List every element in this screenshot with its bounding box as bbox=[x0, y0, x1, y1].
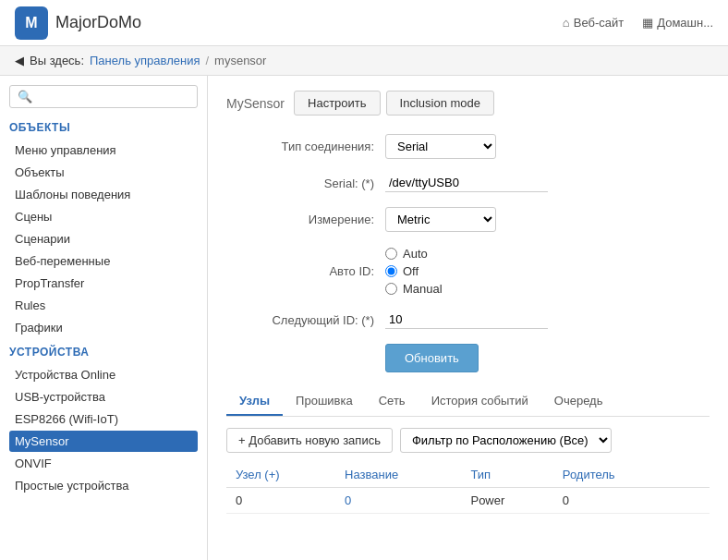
cell-node: 0 bbox=[226, 488, 335, 514]
node-link[interactable]: 0 bbox=[345, 493, 351, 507]
cell-parent: 0 bbox=[553, 488, 677, 514]
settings-form: Тип соединения: Serial Ethernet MQTT Ser… bbox=[226, 134, 710, 372]
sidebar-item-onvif[interactable]: ONVIF bbox=[9, 453, 198, 474]
tab-configure[interactable]: Настроить bbox=[294, 91, 381, 116]
tab-events[interactable]: История событий bbox=[419, 387, 541, 416]
col-extra bbox=[677, 462, 710, 488]
table-body: 0 0 Power 0 bbox=[226, 488, 710, 514]
tab-nodes[interactable]: Узлы bbox=[226, 387, 283, 416]
main-layout: 🔍 ОБЪЕКТЫ Меню управления Объекты Шаблон… bbox=[0, 76, 728, 560]
table-toolbar: + Добавить новую запись Фильтр по Распол… bbox=[226, 428, 710, 453]
col-parent: Родитель bbox=[553, 462, 677, 488]
select-connection-type[interactable]: Serial Ethernet MQTT bbox=[385, 134, 496, 159]
form-row-measurement: Измерение: Metric Imperial bbox=[226, 207, 710, 232]
sidebar-item-usb[interactable]: USB-устройства bbox=[9, 386, 198, 408]
tab-queue[interactable]: Очередь bbox=[541, 387, 616, 416]
radio-manual-label: Manual bbox=[403, 282, 443, 296]
data-table: Узел (+) Название Тип Родитель 0 0 Power… bbox=[226, 462, 710, 514]
label-measurement: Измерение: bbox=[226, 213, 374, 226]
back-icon: ◀ bbox=[15, 54, 24, 67]
tab-network[interactable]: Сеть bbox=[366, 387, 419, 416]
cell-extra bbox=[677, 488, 710, 514]
content: MySensor Настроить Inclusion mode Тип со… bbox=[208, 76, 728, 560]
radio-auto-label: Auto bbox=[403, 247, 428, 261]
col-name[interactable]: Название bbox=[335, 462, 461, 488]
form-row-next-id: Следующий ID: (*) bbox=[226, 310, 710, 329]
sidebar-item-menu[interactable]: Меню управления bbox=[9, 140, 198, 161]
section-objects: ОБЪЕКТЫ Меню управления Объекты Шаблоны … bbox=[9, 121, 198, 338]
radio-auto[interactable]: Auto bbox=[385, 247, 443, 261]
sidebar-item-webvars[interactable]: Веб-переменные bbox=[9, 250, 198, 272]
sidebar-item-scenes[interactable]: Сцены bbox=[9, 206, 198, 227]
home-label: Домашн... bbox=[657, 16, 713, 30]
radio-manual[interactable]: Manual bbox=[385, 282, 443, 296]
form-row-submit: Обновить bbox=[226, 344, 710, 372]
sidebar-item-rules[interactable]: Rules bbox=[9, 295, 198, 316]
sidebar: 🔍 ОБЪЕКТЫ Меню управления Объекты Шаблон… bbox=[0, 76, 208, 560]
website-link[interactable]: ⌂ Веб-сайт bbox=[563, 16, 624, 30]
cell-name: 0 bbox=[335, 488, 461, 514]
sidebar-item-online[interactable]: Устройства Online bbox=[9, 364, 198, 385]
logo-icon: M bbox=[15, 6, 48, 40]
sidebar-item-templates[interactable]: Шаблоны поведения bbox=[9, 184, 198, 205]
logo-area: M MajorDoMo bbox=[15, 6, 563, 40]
header-links: ⌂ Веб-сайт ▦ Домашн... bbox=[563, 16, 713, 30]
submit-button[interactable]: Обновить bbox=[385, 344, 479, 372]
sidebar-item-objects[interactable]: Объекты bbox=[9, 162, 198, 183]
search-box: 🔍 bbox=[9, 85, 198, 108]
col-node[interactable]: Узел (+) bbox=[226, 462, 335, 488]
input-serial[interactable] bbox=[385, 174, 548, 192]
search-icon: 🔍 bbox=[18, 90, 32, 103]
tab-firmware[interactable]: Прошивка bbox=[283, 387, 366, 416]
radio-off-input[interactable] bbox=[385, 265, 397, 277]
cell-type: Power bbox=[461, 488, 552, 514]
label-serial: Serial: (*) bbox=[226, 177, 374, 190]
app-name: MajorDoMo bbox=[55, 13, 141, 32]
home-link[interactable]: ▦ Домашн... bbox=[642, 16, 713, 30]
sidebar-item-simple[interactable]: Простые устройства bbox=[9, 475, 198, 496]
form-row-serial: Serial: (*) bbox=[226, 174, 710, 192]
tab-inclusion-mode[interactable]: Inclusion mode bbox=[386, 91, 494, 116]
section-objects-title: ОБЪЕКТЫ bbox=[9, 121, 198, 134]
radio-group-auto-id: Auto Off Manual bbox=[385, 247, 443, 296]
table-head: Узел (+) Название Тип Родитель bbox=[226, 462, 710, 488]
header: M MajorDoMo ⌂ Веб-сайт ▦ Домашн... bbox=[0, 0, 728, 46]
search-input[interactable] bbox=[36, 90, 191, 103]
select-measurement[interactable]: Metric Imperial bbox=[385, 207, 496, 232]
radio-off[interactable]: Off bbox=[385, 264, 443, 278]
label-connection-type: Тип соединения: bbox=[226, 140, 374, 153]
breadcrumb: ◀ Вы здесь: Панель управления / mysensor bbox=[0, 46, 728, 76]
grid-icon: ▦ bbox=[642, 16, 653, 30]
breadcrumb-sep: / bbox=[205, 54, 209, 67]
sidebar-item-esp8266[interactable]: ESP8266 (Wifi-IoT) bbox=[9, 408, 198, 430]
table-row: 0 0 Power 0 bbox=[226, 488, 710, 514]
radio-manual-input[interactable] bbox=[385, 283, 397, 295]
breadcrumb-home[interactable]: Панель управления bbox=[90, 54, 200, 67]
add-record-button[interactable]: + Добавить новую запись bbox=[226, 428, 393, 453]
sidebar-item-proptransfer[interactable]: PropTransfer bbox=[9, 273, 198, 294]
form-row-auto-id: Авто ID: Auto Off Manual bbox=[226, 247, 710, 296]
filter-select[interactable]: Фильтр по Расположению (Все) bbox=[400, 428, 612, 453]
radio-auto-input[interactable] bbox=[385, 248, 397, 260]
top-tab-label: MySensor bbox=[226, 96, 285, 111]
col-type: Тип bbox=[461, 462, 552, 488]
form-row-connection-type: Тип соединения: Serial Ethernet MQTT bbox=[226, 134, 710, 159]
website-label: Веб-сайт bbox=[574, 16, 624, 30]
sidebar-item-mysensor[interactable]: MySensor bbox=[9, 431, 198, 452]
home-icon: ⌂ bbox=[563, 16, 570, 30]
label-auto-id: Авто ID: bbox=[226, 264, 374, 278]
radio-off-label: Off bbox=[403, 264, 419, 278]
section-devices: УСТРОЙСТВА Устройства Online USB-устройс… bbox=[9, 346, 198, 496]
bottom-tabs: Узлы Прошивка Сеть История событий Очере… bbox=[226, 387, 710, 417]
breadcrumb-current: mysensor bbox=[214, 54, 266, 67]
sidebar-item-scenarios[interactable]: Сценарии bbox=[9, 228, 198, 250]
sidebar-item-graphs[interactable]: Графики bbox=[9, 317, 198, 338]
section-devices-title: УСТРОЙСТВА bbox=[9, 346, 198, 359]
label-next-id: Следующий ID: (*) bbox=[226, 313, 374, 327]
input-next-id[interactable] bbox=[385, 310, 548, 329]
top-tabs: MySensor Настроить Inclusion mode bbox=[226, 91, 710, 116]
breadcrumb-prefix: Вы здесь: bbox=[30, 54, 84, 67]
